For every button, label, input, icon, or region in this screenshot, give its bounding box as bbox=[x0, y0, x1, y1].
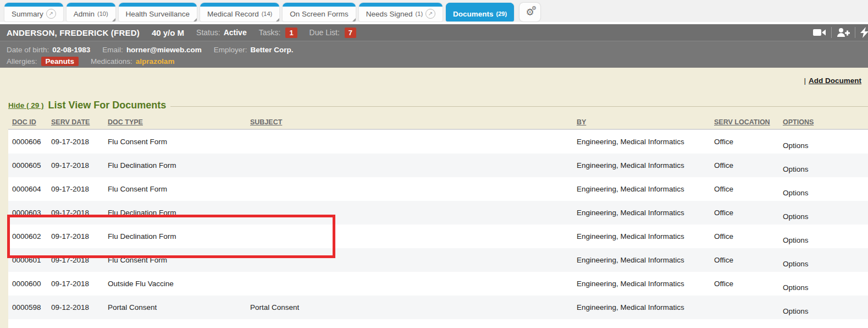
tab-accent-bar bbox=[446, 3, 514, 7]
medication-value[interactable]: alprazolam bbox=[136, 57, 175, 65]
status-label: Status: bbox=[196, 28, 220, 37]
tab-summary[interactable]: Summary ↗ bbox=[4, 3, 63, 21]
tab-medical-record[interactable]: Medical Record (14) bbox=[200, 3, 279, 21]
doc-id-cell: 0000603 bbox=[12, 209, 51, 217]
serv-date-cell: 09-17-2018 bbox=[51, 138, 108, 146]
table-row[interactable]: 0000604 09-17-2018 Flu Consent Form Engi… bbox=[8, 177, 868, 201]
options-button[interactable]: Options bbox=[783, 307, 868, 315]
options-button[interactable]: Options bbox=[783, 283, 868, 292]
video-camera-icon[interactable] bbox=[813, 28, 826, 37]
by-cell: Engineering, Medical Informatics bbox=[577, 161, 714, 170]
employer-label: Employer: bbox=[214, 46, 247, 54]
header-subject[interactable]: SUBJECT bbox=[250, 118, 577, 126]
tab-admin[interactable]: Admin (10) bbox=[67, 3, 115, 21]
header-serv-location[interactable]: SERV LOCATION bbox=[714, 118, 783, 126]
header-doc-id[interactable]: DOC ID bbox=[12, 118, 51, 126]
allergies-label: Allergies: bbox=[7, 57, 37, 65]
tab-count: (10) bbox=[97, 10, 108, 17]
tab-accent-bar bbox=[200, 3, 279, 7]
options-button[interactable]: Options bbox=[783, 141, 868, 150]
tab-on-screen-forms[interactable]: On Screen Forms bbox=[283, 3, 356, 21]
tab-accent-bar bbox=[359, 3, 443, 7]
tab-accent-bar bbox=[4, 3, 63, 7]
tab-accent-bar bbox=[67, 3, 115, 7]
table-header-row: DOC ID SERV DATE DOC TYPE SUBJECT BY SER… bbox=[8, 116, 868, 130]
by-cell: Engineering, Medical Informatics bbox=[577, 280, 714, 288]
section-title: List View For Documents bbox=[48, 100, 167, 111]
serv-date-cell: 09-17-2018 bbox=[51, 232, 108, 240]
table-row[interactable]: 0000599 04-20-2018 Portal Questionnaire … bbox=[8, 319, 868, 328]
documents-table: DOC ID SERV DATE DOC TYPE SUBJECT BY SER… bbox=[8, 116, 868, 328]
tab-label: Medical Record bbox=[207, 10, 259, 18]
settings-button[interactable]: ⚙ ⚙ bbox=[519, 3, 540, 21]
serv-location-cell: Office bbox=[714, 280, 783, 288]
header-options[interactable]: OPTIONS bbox=[783, 118, 868, 126]
tab-count: (1) bbox=[416, 10, 423, 17]
table-row[interactable]: 0000603 09-17-2018 Flu Declination Form … bbox=[8, 201, 868, 225]
patient-header: ANDERSON, FREDERICK (FRED) 40 y/o M Stat… bbox=[0, 24, 868, 41]
options-button[interactable]: Options bbox=[783, 212, 868, 221]
add-document-link[interactable]: Add Document bbox=[809, 76, 861, 85]
employer-value: Better Corp. bbox=[251, 46, 294, 54]
tab-accent-bar bbox=[119, 3, 197, 7]
section-header: Hide ( 29 ) List View For Documents bbox=[8, 100, 868, 111]
dropdown-fold-icon bbox=[112, 18, 115, 21]
gear-small-icon: ⚙ bbox=[532, 6, 537, 11]
serv-date-cell: 09-17-2018 bbox=[51, 209, 108, 217]
options-button[interactable]: Options bbox=[783, 165, 868, 173]
header-icon-group bbox=[813, 27, 868, 38]
tab-count: (14) bbox=[262, 10, 273, 17]
icon-separator bbox=[831, 27, 832, 38]
table-row[interactable]: 0000601 09-17-2018 Flu Consent Form Engi… bbox=[8, 248, 868, 272]
subject-cell: Portal Consent bbox=[250, 303, 577, 311]
doc-id-cell: 0000600 bbox=[12, 280, 51, 288]
doc-type-cell: Flu Consent Form bbox=[108, 256, 250, 264]
doc-type-cell: Flu Declination Form bbox=[108, 161, 250, 170]
table-body: 0000606 09-17-2018 Flu Consent Form Engi… bbox=[8, 130, 868, 328]
tab-label: Admin bbox=[74, 10, 95, 18]
table-row[interactable]: 0000606 09-17-2018 Flu Consent Form Engi… bbox=[8, 130, 868, 154]
due-list-count-badge[interactable]: 7 bbox=[345, 28, 356, 38]
tab-bar: Summary ↗ Admin (10) Health Surveillance… bbox=[0, 0, 868, 22]
header-serv-date[interactable]: SERV DATE bbox=[51, 118, 108, 126]
patient-age-sex: 40 y/o M bbox=[152, 28, 184, 37]
hide-link[interactable]: Hide ( 29 ) bbox=[8, 101, 44, 110]
options-button[interactable]: Options bbox=[783, 236, 868, 244]
by-cell: Engineering, Medical Informatics bbox=[577, 138, 714, 146]
tab-health-surveillance[interactable]: Health Surveillance bbox=[119, 3, 197, 21]
by-cell: Engineering, Medical Informatics bbox=[577, 209, 714, 217]
header-by[interactable]: BY bbox=[577, 118, 714, 126]
status-value: Active bbox=[224, 28, 247, 37]
options-button[interactable]: Options bbox=[783, 260, 868, 268]
tab-needs-signed[interactable]: Needs Signed (1) ↗ bbox=[359, 3, 443, 21]
flash-icon[interactable] bbox=[860, 27, 868, 38]
serv-date-cell: 09-12-2018 bbox=[51, 303, 108, 311]
tasks-count-badge[interactable]: 1 bbox=[285, 28, 297, 38]
doc-id-cell: 0000604 bbox=[12, 185, 51, 193]
header-doc-type[interactable]: DOC TYPE bbox=[108, 118, 250, 126]
dob-value: 02-08-1983 bbox=[52, 46, 90, 54]
tab-accent-bar bbox=[283, 3, 356, 7]
dropdown-fold-icon bbox=[276, 18, 279, 21]
patient-subheader: Date of birth: 02-08-1983 Email: horner@… bbox=[0, 41, 868, 68]
serv-location-cell: Office bbox=[714, 161, 783, 170]
serv-location-cell: Office bbox=[714, 232, 783, 240]
tab-label: Summary bbox=[12, 10, 43, 18]
patient-name: ANDERSON, FREDERICK (FRED) bbox=[7, 28, 140, 37]
serv-date-cell: 09-17-2018 bbox=[51, 161, 108, 170]
doc-type-cell: Flu Declination Form bbox=[108, 232, 250, 240]
allergy-badge[interactable]: Peanuts bbox=[41, 57, 79, 66]
documents-content: | Add Document Hide ( 29 ) List View For… bbox=[0, 68, 868, 328]
toolbar-pipe: | bbox=[804, 76, 806, 85]
icon-separator bbox=[855, 27, 855, 38]
legend-rule bbox=[170, 106, 868, 107]
table-row[interactable]: 0000600 09-17-2018 Outside Flu Vaccine E… bbox=[8, 272, 868, 296]
tab-documents[interactable]: Documents (29) bbox=[446, 3, 514, 21]
add-person-icon[interactable] bbox=[837, 28, 850, 37]
table-row[interactable]: 0000598 09-12-2018 Portal Consent Portal… bbox=[8, 296, 868, 319]
email-label: Email: bbox=[102, 46, 123, 54]
options-button[interactable]: Options bbox=[783, 189, 868, 197]
table-row[interactable]: 0000602 09-17-2018 Flu Declination Form … bbox=[8, 225, 868, 248]
table-row[interactable]: 0000605 09-17-2018 Flu Declination Form … bbox=[8, 154, 868, 177]
serv-date-cell: 09-17-2018 bbox=[51, 256, 108, 264]
